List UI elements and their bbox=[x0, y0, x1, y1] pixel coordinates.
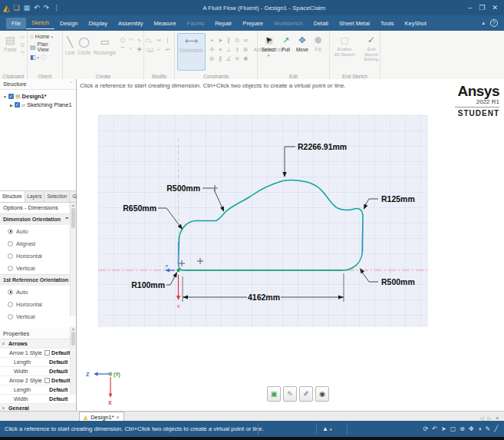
group-collapse-icon[interactable]: ˅ bbox=[0, 342, 6, 346]
cursor-icon[interactable]: ➤ bbox=[441, 425, 446, 432]
circle-tool[interactable]: ◯ Circle bbox=[77, 33, 91, 71]
close-button[interactable]: ✕ bbox=[492, 4, 498, 12]
minimize-button[interactable]: – bbox=[468, 4, 472, 12]
radio-ref-horizontal[interactable]: Horizontal bbox=[0, 298, 76, 310]
view-cube-dropdown-icon[interactable]: ▾ bbox=[38, 55, 40, 60]
radio-icon[interactable] bbox=[8, 314, 13, 319]
section-view-icon[interactable]: ◉ bbox=[315, 386, 329, 402]
collapse-ribbon-icon[interactable]: ▴ bbox=[482, 20, 485, 26]
sketch-svg[interactable]: R2266.91mm R500mm R650mm R125mm R500mm R… bbox=[98, 115, 428, 327]
panel-tab-selection[interactable]: Selection bbox=[44, 191, 70, 202]
trim-icon[interactable]: ✂ bbox=[155, 36, 163, 45]
parallel-icon[interactable]: ∥ bbox=[225, 36, 233, 45]
dimension-orientation-header[interactable]: Dimension Orientation ⌃ bbox=[0, 213, 76, 225]
tab-display[interactable]: Display bbox=[83, 18, 113, 29]
spline-icon[interactable]: ∿ bbox=[135, 36, 143, 45]
options-scrollbar[interactable]: ▲ bbox=[70, 203, 76, 316]
visibility-checkbox[interactable]: ✓ bbox=[8, 94, 14, 99]
home-button[interactable]: ⌂ Home ▾ bbox=[30, 33, 60, 40]
open-folder-icon[interactable]: ❏ bbox=[13, 4, 19, 12]
sync-icon[interactable]: ⟳ bbox=[423, 425, 429, 432]
select-dropdown-icon[interactable]: ▾ bbox=[268, 53, 270, 58]
solid-view-icon[interactable]: ▣ bbox=[267, 386, 281, 402]
select-tool[interactable]: ➤ Select ▾ bbox=[260, 33, 277, 71]
tab-sheet-metal[interactable]: Sheet Metal bbox=[334, 18, 375, 29]
expander-icon[interactable]: ▶ bbox=[10, 103, 13, 108]
properties-scrollbar[interactable]: ▲ bbox=[70, 326, 76, 394]
appearance-icon[interactable]: ◑ bbox=[478, 425, 482, 432]
symmetry-icon[interactable]: ⊛ bbox=[242, 45, 250, 55]
radio-icon[interactable] bbox=[8, 253, 13, 259]
coincident-icon[interactable]: ⊙ bbox=[233, 36, 242, 45]
radio-icon[interactable] bbox=[8, 289, 13, 295]
tangent-arc-icon[interactable]: ⌒ bbox=[118, 45, 127, 55]
tab-repair[interactable]: Repair bbox=[209, 18, 237, 29]
unparallel-icon[interactable]: ∦ bbox=[216, 55, 225, 64]
tab-prepare[interactable]: Prepare bbox=[237, 18, 268, 29]
expander-icon[interactable]: ▼ bbox=[3, 94, 7, 99]
align-icon[interactable]: ≡ bbox=[216, 45, 225, 55]
property-row[interactable]: Width Default bbox=[0, 367, 76, 376]
dim-roof-radius[interactable]: R2266.91mm bbox=[298, 142, 347, 151]
property-row[interactable]: Length Default bbox=[0, 358, 76, 367]
dim-front-radius[interactable]: R650mm bbox=[123, 203, 156, 213]
undo-icon[interactable]: ↶ bbox=[34, 4, 40, 12]
warning-dropdown-icon[interactable]: ▾ bbox=[330, 427, 332, 432]
orbit-icon[interactable]: ⊕ bbox=[460, 425, 465, 432]
radio-horizontal[interactable]: Horizontal bbox=[0, 250, 76, 262]
spaceclaim-logo[interactable]: ◭ bbox=[3, 4, 9, 12]
visibility-checkbox[interactable]: ✓ bbox=[15, 102, 20, 108]
sketch-canvas[interactable]: Click a reference to start creating dime… bbox=[77, 79, 504, 411]
paste-button[interactable]: ▤ Paste bbox=[2, 33, 18, 71]
property-row[interactable]: Arrow 1 Style Default bbox=[0, 349, 76, 358]
equal-icon[interactable]: ≍ bbox=[242, 36, 250, 45]
default-checkbox[interactable] bbox=[44, 350, 50, 356]
radio-ref-auto[interactable]: Auto bbox=[0, 286, 76, 298]
tangent-constraint-icon[interactable]: ⊜ bbox=[208, 55, 216, 64]
view-cube-button[interactable]: ◧ ▾ ⬡ bbox=[30, 54, 60, 61]
dim-rear-top-radius[interactable]: R125mm bbox=[381, 194, 415, 203]
property-row[interactable]: Width Default bbox=[0, 395, 76, 404]
tree-item-sketching-plane[interactable]: ▶ ✓ ▱ Sketching Plane1 bbox=[0, 101, 76, 109]
offset-icon[interactable]: ‖ bbox=[233, 45, 242, 55]
radio-icon[interactable] bbox=[8, 302, 13, 307]
radio-icon[interactable] bbox=[8, 241, 13, 246]
snap-icon[interactable]: ⌖ bbox=[208, 36, 216, 45]
arc-icon[interactable]: ◠ bbox=[127, 36, 135, 45]
cut-icon[interactable]: ✂ bbox=[21, 35, 25, 41]
annotate-icon[interactable]: ✎ bbox=[485, 425, 490, 432]
radio-icon[interactable] bbox=[8, 229, 13, 234]
fill-tool[interactable]: ⬢ Fill bbox=[313, 33, 324, 71]
radio-aligned[interactable]: Aligned bbox=[0, 237, 76, 250]
tab-file[interactable]: File bbox=[6, 18, 26, 29]
dim-rear-bottom-radius[interactable]: R500mm bbox=[381, 277, 415, 286]
collapse-panel-icon[interactable]: ⌃ bbox=[69, 79, 73, 89]
line-tool-icon[interactable]: ╱ bbox=[494, 425, 498, 432]
default-checkbox[interactable] bbox=[44, 378, 50, 383]
close-tab-icon[interactable]: × bbox=[117, 415, 120, 420]
copy-icon[interactable]: ⧉ bbox=[21, 42, 25, 48]
panel-tab-structure[interactable]: Structure bbox=[0, 191, 25, 202]
fillet-icon[interactable]: ◞ bbox=[147, 36, 155, 45]
radio-icon[interactable] bbox=[8, 266, 13, 271]
dim-front-bottom-radius[interactable]: R100mm bbox=[131, 280, 165, 289]
pull-tool[interactable]: ↗ Pull bbox=[280, 33, 292, 71]
line-tool[interactable]: ╲ Line bbox=[65, 33, 74, 71]
view-undo-icon[interactable]: ↶ bbox=[432, 425, 437, 432]
pan-icon[interactable]: ✥ bbox=[469, 425, 474, 432]
cross-icon[interactable]: ✕ bbox=[233, 55, 242, 64]
tab-assembly[interactable]: Assembly bbox=[113, 18, 149, 29]
chamfer-icon[interactable]: ◿ bbox=[147, 45, 155, 55]
tab-measure[interactable]: Measure bbox=[149, 18, 182, 29]
tree-item-design[interactable]: ▼ ✓ ▤ Design1* bbox=[0, 92, 76, 101]
polygon-icon[interactable]: ⬠ bbox=[118, 36, 127, 45]
property-row[interactable]: Length Default bbox=[0, 385, 76, 395]
pick-icon[interactable]: ➤ bbox=[216, 36, 225, 45]
format-paint-icon[interactable]: ✎ bbox=[21, 50, 25, 56]
tab-keyshot[interactable]: KeyShot bbox=[400, 18, 432, 29]
first-reference-header[interactable]: 1st Reference Orientation bbox=[0, 274, 76, 286]
origin-point[interactable] bbox=[176, 269, 180, 272]
redo-icon[interactable]: ↷ bbox=[44, 4, 50, 12]
tab-sketch[interactable]: Sketch bbox=[26, 17, 54, 29]
home-dropdown-icon[interactable]: ▾ bbox=[51, 35, 54, 39]
